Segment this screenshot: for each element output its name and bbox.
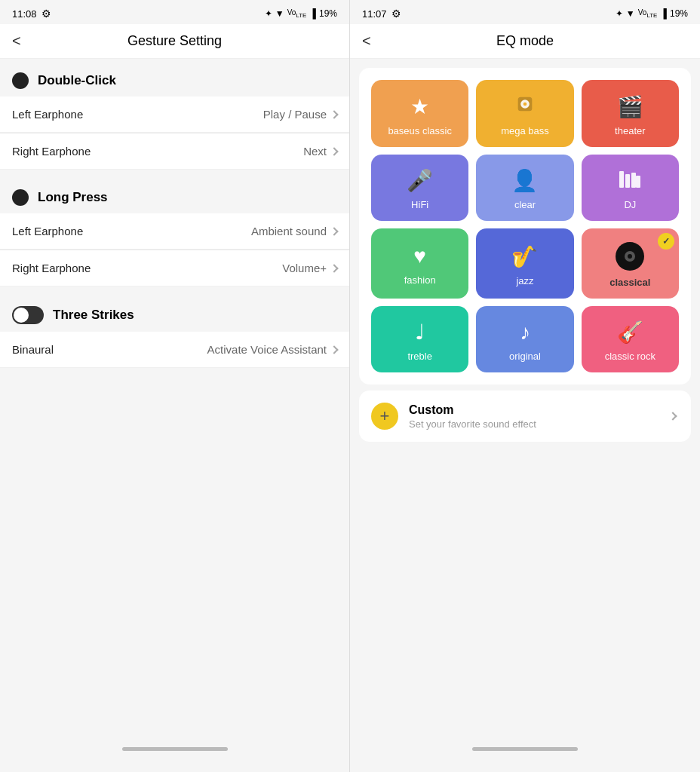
signal-icon-r: VoLTE (638, 8, 658, 19)
eq-tile-fashion[interactable]: ♥ fashion (371, 228, 468, 299)
signal-bars-r: ▐ (660, 8, 667, 19)
clear-label: clear (514, 199, 536, 210)
gesture-top-bar: < Gesture Setting (0, 24, 349, 59)
eq-tile-hifi[interactable]: 🎤 HiFi (371, 155, 468, 221)
wifi-icon-r: ▼ (626, 8, 635, 19)
status-right-right: ✦ ▼ VoLTE ▐ 19% (616, 8, 688, 19)
eq-tile-baseus-classic[interactable]: ★ baseus classic (371, 80, 468, 147)
vinyl-icon (616, 242, 644, 271)
eq-tile-classic-rock[interactable]: 🎸 classic rock (582, 306, 679, 372)
svg-rect-6 (636, 176, 640, 188)
classical-label: classical (609, 277, 650, 288)
bluetooth-icon-r: ✦ (616, 8, 623, 19)
long-press-label: Long Press (38, 190, 108, 205)
left-earphone-value-1: Play / Pause (263, 108, 337, 121)
status-left: 11:08 ⚙ (12, 8, 51, 20)
eq-top-bar: < EQ mode (350, 24, 700, 59)
eq-tile-jazz[interactable]: 🎷 jazz (476, 228, 573, 299)
left-earphone-play-pause-row[interactable]: Left Earphone Play / Pause (0, 96, 349, 133)
eq-tile-mega-bass[interactable]: mega bass (476, 80, 573, 147)
double-click-section-header: Double-Click (0, 59, 349, 96)
chevron-icon-2 (330, 147, 338, 155)
back-button-left[interactable]: < (12, 32, 21, 50)
classical-icon (616, 242, 644, 271)
hifi-label: HiFi (411, 199, 428, 210)
eq-tile-theater[interactable]: 🎬 theater (582, 80, 679, 147)
left-earphone-label-2: Left Earphone (12, 225, 83, 237)
right-earphone-label-2: Right Earphone (12, 262, 91, 274)
left-earphone-value-2: Ambient sound (251, 225, 337, 237)
dj-icon (619, 169, 640, 193)
treble-label: treble (407, 351, 432, 362)
eq-grid: ★ baseus classic mega bass 🎬 theater 🎤 H… (359, 68, 691, 384)
three-strikes-label: Three Strikes (53, 308, 134, 323)
right-earphone-value-2: Volume+ (282, 262, 337, 274)
jazz-label: jazz (516, 275, 533, 286)
left-spacer (0, 368, 349, 747)
classicrock-label: classic rock (605, 351, 655, 362)
classicrock-icon: 🎸 (617, 320, 643, 345)
fashion-icon: ♥ (413, 244, 426, 268)
battery-right: 19% (670, 8, 688, 19)
battery-left: 19% (319, 8, 337, 19)
svg-point-2 (523, 103, 527, 106)
right-earphone-value-1: Next (303, 145, 337, 158)
status-bar-left: 11:08 ⚙ ✦ ▼ VoLTE ▐ 19% (0, 0, 349, 24)
back-button-right[interactable]: < (362, 32, 371, 50)
baseus-icon: ★ (410, 94, 429, 119)
settings-icon-right: ⚙ (391, 8, 401, 20)
custom-text-block: Custom Set your favorite sound effect (409, 403, 670, 430)
selected-badge (658, 233, 674, 250)
long-press-dot (12, 189, 29, 206)
custom-subtitle: Set your favorite sound effect (409, 418, 670, 430)
dj-label: DJ (624, 199, 636, 210)
double-click-label: Double-Click (38, 73, 116, 88)
jazz-icon: 🎷 (511, 244, 538, 269)
svg-rect-4 (625, 174, 630, 188)
settings-icon: ⚙ (41, 8, 51, 20)
right-earphone-volume-row[interactable]: Right Earphone Volume+ (0, 250, 349, 286)
left-earphone-ambient-row[interactable]: Left Earphone Ambient sound (0, 213, 349, 250)
double-click-dot (12, 72, 29, 89)
chevron-icon-5 (330, 345, 338, 354)
three-strikes-toggle[interactable] (12, 306, 44, 324)
wifi-icon: ▼ (275, 8, 284, 19)
right-spacer (350, 448, 700, 747)
eq-tile-classical[interactable]: classical (582, 228, 679, 299)
left-panel: 11:08 ⚙ ✦ ▼ VoLTE ▐ 19% < Gesture Settin… (0, 0, 350, 772)
treble-icon: ♩ (415, 320, 425, 345)
eq-tile-original[interactable]: ♪ original (476, 306, 573, 372)
binaural-label: Binaural (12, 343, 54, 356)
original-label: original (509, 351, 541, 362)
status-right: ✦ ▼ VoLTE ▐ 19% (265, 8, 337, 19)
eq-tile-dj[interactable]: DJ (582, 155, 679, 221)
chevron-icon-1 (330, 110, 338, 118)
left-earphone-label-1: Left Earphone (12, 108, 83, 121)
right-earphone-next-row[interactable]: Right Earphone Next (0, 133, 349, 170)
svg-rect-5 (631, 173, 636, 188)
eq-tile-treble[interactable]: ♩ treble (371, 306, 468, 372)
right-earphone-label-1: Right Earphone (12, 145, 91, 158)
eq-tile-clear[interactable]: 👤 clear (476, 155, 573, 221)
megabass-icon (514, 93, 536, 119)
status-right-left: 11:07 ⚙ (362, 8, 401, 20)
home-indicator-left (0, 747, 349, 772)
megabass-label: mega bass (501, 125, 549, 136)
plus-icon: + (371, 403, 398, 430)
binaural-row[interactable]: Binaural Activate Voice Assistant (0, 332, 349, 368)
long-press-section-header: Long Press (0, 176, 349, 213)
signal-icon: VoLTE (287, 8, 307, 19)
binaural-value: Activate Voice Assistant (207, 343, 337, 356)
theater-icon: 🎬 (617, 94, 643, 119)
hifi-icon: 🎤 (407, 168, 433, 193)
chevron-icon-4 (330, 264, 338, 272)
baseus-label: baseus classic (388, 125, 452, 136)
bluetooth-icon: ✦ (265, 8, 272, 19)
status-bar-right: 11:07 ⚙ ✦ ▼ VoLTE ▐ 19% (350, 0, 700, 24)
time-left: 11:08 (12, 8, 37, 20)
custom-chevron-icon (668, 412, 677, 420)
three-strikes-section-header: Three Strikes (0, 293, 349, 332)
eq-title: EQ mode (496, 33, 554, 49)
chevron-icon-3 (330, 227, 338, 235)
custom-row[interactable]: + Custom Set your favorite sound effect (359, 391, 691, 442)
